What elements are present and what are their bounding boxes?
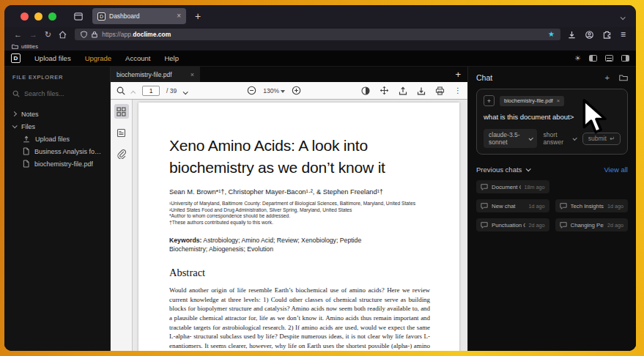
home-button[interactable]	[59, 31, 67, 39]
minimize-window-button[interactable]	[34, 12, 42, 21]
pdf-search-icon[interactable]	[116, 86, 125, 95]
bookmark-star-icon[interactable]: ★	[548, 31, 555, 38]
abstract-text: Would another origin of life resemble Ea…	[169, 286, 430, 351]
return-key-icon: ↵	[610, 135, 615, 142]
model-select[interactable]: claude-3.5-sonnet	[484, 129, 537, 148]
upload-icon	[23, 136, 30, 143]
pdf-toolbar-right: ⋮	[361, 86, 462, 95]
download-document-icon[interactable]	[417, 86, 426, 95]
pdf-viewer[interactable]: Xeno Amino Acids: A look into biochemist…	[133, 100, 467, 351]
theme-toggle-sun-icon[interactable]: ☀	[574, 55, 581, 62]
pdf-toolbar-left: / 39	[116, 84, 187, 97]
close-window-button[interactable]	[21, 12, 29, 21]
pdf-toolbar-zoom: 130%	[247, 86, 301, 95]
zoom-in-icon[interactable]	[292, 86, 301, 95]
previous-page-chevron-icon[interactable]	[132, 84, 136, 97]
reload-button[interactable]: ↻	[45, 31, 51, 39]
layout-right-panel-icon[interactable]	[621, 55, 629, 62]
tab-overview-icon[interactable]	[74, 12, 83, 21]
file-tree: Notes Files Upload fil	[12, 108, 102, 170]
answer-mode-select[interactable]: short answer	[544, 131, 576, 146]
doclime-logo[interactable]: D	[11, 53, 21, 63]
tree-item-business-analysis-pdf[interactable]: Business Analysis for Pra...	[12, 145, 102, 157]
layout-left-panel-icon[interactable]	[589, 55, 597, 62]
app-topbar-icons: ☀	[574, 55, 629, 62]
browser-tab-dashboard[interactable]: D Dashboard ×	[92, 8, 186, 24]
traffic-lights[interactable]	[21, 12, 56, 21]
pdf-page: Xeno Amino Acids: A look into biochemist…	[138, 103, 459, 351]
desktop-background: D Dashboard × + ← → ↻	[0, 0, 644, 356]
upload-files-menu[interactable]: Upload files	[34, 54, 71, 62]
chat-folder-icon[interactable]	[619, 74, 628, 81]
bookmarks-bar: utilities	[4, 42, 636, 51]
list-tabs-chevron-icon[interactable]	[621, 10, 624, 23]
file-search[interactable]	[12, 90, 102, 97]
page-number-input[interactable]	[142, 86, 160, 96]
chat-bubble-icon	[481, 203, 488, 209]
add-attachment-button[interactable]: +	[484, 95, 495, 106]
tracking-shield-icon[interactable]	[81, 31, 87, 38]
next-page-chevron-icon[interactable]	[183, 84, 187, 97]
tree-item-files[interactable]: Files	[12, 120, 102, 133]
chat-history-item[interactable]: Tech Insights Ex... 1d ago	[555, 199, 629, 212]
remove-attachment-icon[interactable]: ×	[557, 97, 560, 104]
view-all-link[interactable]: View all	[604, 166, 628, 174]
zoom-level-select[interactable]: 130%	[263, 87, 285, 94]
search-input[interactable]	[24, 90, 97, 97]
doclime-favicon: D	[97, 12, 106, 21]
layout-split-panel-icon[interactable]	[605, 55, 613, 62]
menu-hamburger-icon[interactable]: ≡	[621, 30, 626, 39]
bookmark-folder-utilities[interactable]: utilities	[12, 43, 38, 50]
browser-titlebar: D Dashboard × +	[4, 5, 636, 27]
page-count-label: / 39	[166, 87, 177, 94]
previous-chats-toggle[interactable]: Previous chats	[476, 166, 530, 174]
tree-item-upload-files[interactable]: Upload files	[12, 133, 102, 145]
pdf-file-icon	[23, 160, 29, 168]
print-icon[interactable]	[435, 86, 445, 95]
upload-document-icon[interactable]	[399, 86, 407, 95]
account-menu[interactable]: Account	[125, 54, 150, 62]
tree-item-biochemistry-pdf[interactable]: biochemistry-file.pdf	[12, 157, 102, 170]
help-menu[interactable]: Help	[164, 54, 179, 62]
new-chat-plus-icon[interactable]: +	[605, 74, 610, 82]
account-icon[interactable]	[585, 31, 593, 39]
document-tab-biochemistry[interactable]: biochemistry-file.pdf ×	[111, 67, 200, 82]
chevron-down-icon	[528, 136, 533, 140]
thumbnails-view-icon[interactable]	[114, 104, 129, 119]
chevron-down-icon	[12, 123, 18, 128]
tab-close-icon[interactable]: ×	[177, 12, 181, 20]
pdf-sidebar-strip	[111, 100, 133, 351]
doclime-app: D Upload files Upgrade Account Help ☀ FI…	[4, 51, 636, 351]
chat-history-item[interactable]: Document Ove... 18m ago	[476, 180, 549, 193]
new-document-tab-button[interactable]: +	[455, 69, 461, 80]
chat-history-item[interactable]: Changing Perso... 2d ago	[555, 218, 629, 231]
pan-tool-icon[interactable]	[380, 86, 389, 95]
document-outline-icon[interactable]	[114, 125, 129, 140]
app-main: FILE EXPLORER Notes	[4, 67, 636, 351]
search-icon	[12, 90, 20, 97]
paper-title: Xeno Amino Acids: A look into biochemist…	[169, 135, 430, 179]
more-options-kebab-icon[interactable]: ⋮	[454, 86, 462, 94]
extensions-icon[interactable]	[603, 31, 611, 39]
attachments-paperclip-icon[interactable]	[114, 147, 129, 161]
forward-button[interactable]: →	[29, 31, 37, 39]
folder-icon	[12, 44, 18, 49]
navbar-right-icons: ≡	[568, 30, 626, 39]
pdf-column: biochemistry-file.pdf × +	[111, 67, 467, 351]
app-topbar: D Upload files Upgrade Account Help ☀	[4, 51, 636, 67]
maximize-window-button[interactable]	[48, 12, 56, 21]
zoom-out-icon[interactable]	[247, 86, 256, 95]
contrast-icon[interactable]	[361, 86, 370, 95]
lock-icon[interactable]	[92, 31, 97, 38]
url-bar[interactable]: https://app.doclime.com ★	[75, 29, 560, 40]
new-tab-button[interactable]: +	[195, 10, 201, 22]
upgrade-menu[interactable]: Upgrade	[85, 54, 111, 62]
chat-history-item[interactable]: Punctuation Cor... 2d ago	[476, 218, 549, 231]
chevron-down-icon	[572, 136, 577, 140]
chat-history-item[interactable]: New chat 1d ago	[476, 199, 549, 212]
back-button[interactable]: ←	[14, 31, 22, 39]
tree-item-notes[interactable]: Notes	[12, 108, 102, 120]
downloads-icon[interactable]	[568, 31, 576, 39]
attachment-chip-biochemistry[interactable]: biochemistry-file.pdf ×	[500, 96, 564, 106]
tab-close-icon[interactable]: ×	[190, 71, 194, 78]
